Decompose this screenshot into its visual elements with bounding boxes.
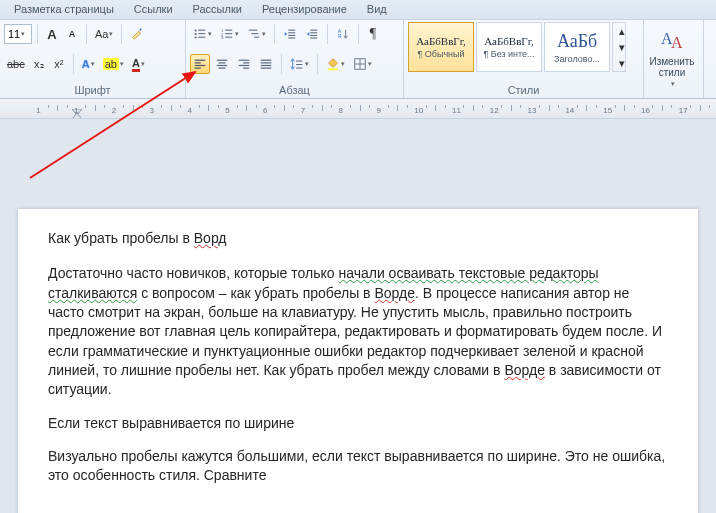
sort-button[interactable]: AЯ: [333, 24, 353, 44]
svg-rect-27: [195, 65, 206, 66]
ruler-number: 4: [187, 106, 191, 115]
group-styles: АаБбВвГг, ¶ Обычный АаБбВвГг, ¶ Без инте…: [404, 20, 644, 98]
svg-rect-22: [310, 38, 317, 39]
svg-point-2: [195, 33, 197, 35]
svg-rect-39: [261, 65, 272, 66]
ruler-number: 1: [36, 106, 40, 115]
tab-mailings[interactable]: Рассылки: [183, 0, 252, 19]
ruler-number: 8: [339, 106, 343, 115]
font-size-select[interactable]: 11: [4, 24, 32, 44]
document-page[interactable]: Как убрать пробелы в Ворд Достаточно час…: [18, 209, 698, 513]
svg-rect-11: [225, 37, 232, 38]
svg-rect-44: [328, 68, 339, 70]
svg-rect-7: [225, 30, 232, 31]
svg-rect-3: [198, 33, 205, 34]
shading-button[interactable]: [323, 54, 348, 74]
ruler-number: 13: [528, 106, 537, 115]
styles-more-button[interactable]: ▾: [613, 55, 631, 71]
ribbon-tabs: Разметка страницы Ссылки Рассылки Реценз…: [0, 0, 716, 20]
superscript-button[interactable]: x²: [50, 54, 68, 74]
shrink-font-button[interactable]: A: [63, 24, 81, 44]
align-center-button[interactable]: [212, 54, 232, 74]
svg-rect-26: [195, 62, 201, 63]
styles-down-button[interactable]: ▾: [613, 39, 631, 55]
ruler-number: 3: [150, 106, 154, 115]
ruler-number: 9: [376, 106, 380, 115]
svg-rect-28: [195, 68, 201, 69]
svg-rect-25: [195, 60, 206, 61]
doc-title: Как убрать пробелы в Ворд: [48, 229, 668, 248]
ruler-number: 5: [225, 106, 229, 115]
svg-rect-1: [198, 30, 205, 31]
svg-rect-15: [288, 30, 295, 31]
ribbon-body: 11 A A Aa abc x₂ x² A ab A Шрифт: [0, 20, 716, 98]
group-font: 11 A A Aa abc x₂ x² A ab A Шрифт: [0, 20, 186, 98]
styles-up-button[interactable]: ▴: [613, 23, 631, 39]
group-styles-label: Стили: [408, 82, 639, 98]
style-normal[interactable]: АаБбВвГг, ¶ Обычный: [408, 22, 474, 72]
number-list-button[interactable]: 123: [217, 24, 242, 44]
svg-rect-19: [310, 30, 317, 31]
svg-rect-17: [288, 35, 295, 36]
style-no-spacing[interactable]: АаБбВвГг, ¶ Без инте...: [476, 22, 542, 72]
increase-indent-button[interactable]: [302, 24, 322, 44]
grow-font-button[interactable]: A: [43, 24, 61, 44]
ruler-number: 10: [414, 106, 423, 115]
tab-links[interactable]: Ссылки: [124, 0, 183, 19]
svg-rect-35: [239, 65, 250, 66]
ribbon: Разметка страницы Ссылки Рассылки Реценз…: [0, 0, 716, 99]
svg-rect-30: [219, 62, 226, 63]
group-paragraph-label: Абзац: [190, 82, 399, 98]
highlight-button[interactable]: ab: [100, 54, 127, 74]
ruler-number: 15: [603, 106, 612, 115]
svg-text:Я: Я: [338, 33, 342, 39]
ruler-track: 11234567891011121314151617: [0, 102, 716, 116]
group-change-styles: AA Изменитьстили: [644, 20, 704, 98]
svg-point-4: [195, 36, 197, 38]
tab-view[interactable]: Вид: [357, 0, 397, 19]
group-font-label: Шрифт: [4, 82, 181, 98]
subscript-button[interactable]: x₂: [30, 54, 48, 74]
svg-rect-18: [288, 38, 295, 39]
align-left-button[interactable]: [190, 54, 210, 74]
doc-paragraph-3: Визуально пробелы кажутся большими, если…: [48, 447, 668, 486]
change-case-button[interactable]: Aa: [92, 24, 116, 44]
svg-rect-37: [261, 60, 272, 61]
svg-rect-38: [261, 62, 272, 63]
clear-format-button[interactable]: [127, 24, 147, 44]
bullet-list-button[interactable]: [190, 24, 215, 44]
svg-rect-9: [225, 33, 232, 34]
ruler-number: 12: [490, 106, 499, 115]
multilevel-list-button[interactable]: [244, 24, 269, 44]
change-styles-button[interactable]: AA Изменитьстили: [648, 22, 696, 92]
tab-page-layout[interactable]: Разметка страницы: [4, 0, 124, 19]
svg-rect-12: [249, 30, 258, 31]
document-area: Как убрать пробелы в Ворд Достаточно час…: [0, 119, 716, 513]
svg-rect-31: [217, 65, 228, 66]
show-marks-button[interactable]: ¶: [364, 24, 382, 44]
strike-button[interactable]: abc: [4, 54, 28, 74]
decrease-indent-button[interactable]: [280, 24, 300, 44]
svg-rect-21: [310, 35, 317, 36]
change-styles-icon: AA: [658, 26, 686, 54]
doc-paragraph-1: Достаточно часто новичков, которые тольк…: [48, 264, 668, 399]
align-right-button[interactable]: [234, 54, 254, 74]
svg-rect-34: [243, 62, 249, 63]
borders-button[interactable]: [350, 54, 375, 74]
group-paragraph: 123 AЯ ¶ Абзац: [186, 20, 404, 98]
ruler-number: 17: [679, 106, 688, 115]
align-justify-button[interactable]: [256, 54, 276, 74]
ruler-number: 7: [301, 106, 305, 115]
style-heading1[interactable]: АаБб Заголово...: [544, 22, 610, 72]
ruler-number: 2: [112, 106, 116, 115]
svg-rect-16: [288, 32, 295, 33]
svg-rect-5: [198, 37, 205, 38]
svg-rect-29: [217, 60, 228, 61]
ruler[interactable]: 11234567891011121314151617: [0, 99, 716, 119]
svg-rect-13: [251, 33, 258, 34]
text-effects-button[interactable]: A: [79, 54, 98, 74]
line-spacing-button[interactable]: [287, 54, 312, 74]
tab-review[interactable]: Рецензирование: [252, 0, 357, 19]
font-color-button[interactable]: A: [129, 54, 148, 74]
svg-rect-32: [219, 68, 226, 69]
